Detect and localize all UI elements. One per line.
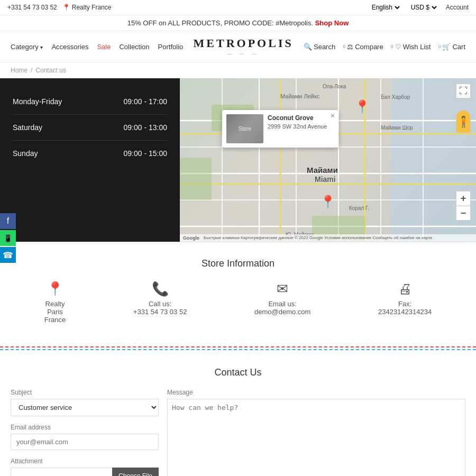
form-left-column: Subject Customer service Technical suppo… (11, 389, 159, 476)
zoom-out-button[interactable]: − (456, 206, 471, 221)
address-lines: Realty Paris France (44, 300, 66, 324)
hours-row-sunday: Sunday 09:00 - 15:00 (13, 141, 167, 166)
sunday-time: 09:00 - 15:00 (123, 149, 167, 158)
nav-category[interactable]: Category ▾ (11, 43, 43, 51)
nav-sale[interactable]: Sale (97, 43, 111, 51)
saturday-time: 09:00 - 13:00 (123, 123, 167, 132)
popup-info: ✕ Coconut Grove 2999 SW 32nd Avenue (268, 114, 327, 143)
map-credits: Быстрые клавиши Картографические данные … (204, 235, 432, 241)
map-footer: Google Быстрые клавиши Картографические … (180, 234, 476, 242)
search-link[interactable]: 🔍 Search (304, 43, 335, 51)
map-area-label: Майами Лейкс (280, 93, 319, 99)
site-logo: METROPOLIS (194, 36, 294, 50)
facebook-icon: f (7, 216, 9, 226)
promo-link[interactable]: Shop Now (315, 19, 349, 27)
compare-link[interactable]: 0 ⚖ Compare (343, 43, 383, 51)
top-bar-right: English French USD $ EUR € Account (370, 3, 469, 12)
weekday-label: Monday-Friday (13, 97, 62, 106)
map-background: Майами Miami Майами Лейкс Опа-Лока Бал Х… (180, 78, 476, 242)
phone-icon: 📞 (152, 282, 169, 296)
phone-icon: ☎ (3, 250, 13, 260)
nav-right: 🔍 Search 0 ⚖ Compare 0 ♡ Wish List 0 🛒 C… (304, 43, 465, 51)
subject-label: Subject (11, 389, 159, 396)
store-info-grid: 📍 Realty Paris France 📞 Call us: +331 54… (11, 282, 465, 324)
header: Category ▾ Accessories Sale Collection P… (0, 31, 476, 62)
message-label: Message (167, 389, 465, 396)
breadcrumb: Home / Contact us (0, 62, 476, 78)
map-pin-top: 📍 (354, 99, 370, 114)
svg-rect-17 (180, 158, 212, 200)
facebook-button[interactable]: f (0, 213, 16, 229)
map-area-6: Корал Г. (349, 205, 369, 211)
contact-section: Contact Us Subject Customer service Tech… (0, 356, 476, 476)
map-city-label-en: Miami (315, 175, 336, 184)
promo-text: 15% OFF on ALL PRODUCTS, PROMO CODE: #Me… (127, 19, 313, 27)
email-label: Email address (11, 424, 159, 431)
store-info-section: Store Information 📍 Realty Paris France … (0, 242, 476, 340)
whatsapp-button[interactable]: 📱 (0, 230, 16, 246)
breadcrumb-current: Contact us (35, 67, 66, 74)
fax-icon: 🖨 (398, 282, 412, 296)
popup-address: 2999 SW 32nd Avenue (268, 123, 327, 130)
nav-portfolio[interactable]: Portfolio (158, 43, 184, 51)
pegman-button[interactable]: 🧍 (456, 110, 471, 133)
choose-file-button[interactable]: Choose File (112, 468, 159, 476)
store-info-address: 📍 Realty Paris France (44, 282, 66, 324)
currency-select[interactable]: USD $ EUR € (409, 3, 438, 12)
zoom-in-button[interactable]: + (456, 191, 471, 206)
store-info-title: Store Information (11, 258, 465, 269)
email-input[interactable] (11, 434, 159, 450)
nav-accessories[interactable]: Accessories (51, 43, 88, 51)
social-sidebar: f 📱 ☎ (0, 213, 16, 263)
logo-area: METROPOLIS — — — (194, 36, 294, 57)
logo-divider: — — — (194, 51, 294, 57)
breadcrumb-separator: / (31, 67, 32, 74)
hours-row-weekday: Monday-Friday 09:00 - 17:00 (13, 89, 167, 115)
saturday-label: Saturday (13, 123, 42, 132)
store-info-fax: 🖨 Fax: 23423142314234 (378, 282, 432, 324)
store-info-phone: 📞 Call us: +331 54 73 03 52 (133, 282, 187, 324)
phone-number: +331 54 73 03 52 (7, 4, 57, 11)
email-group: Email address (11, 424, 159, 450)
map-pin-bottom: 📍 (320, 195, 336, 209)
map-area-3: Бал Харбор (381, 94, 410, 100)
contact-title: Contact Us (11, 367, 465, 378)
popup-title: Coconut Grove (268, 114, 327, 122)
hours-panel: Monday-Friday 09:00 - 17:00 Saturday 09:… (0, 78, 180, 242)
file-upload-group: Choose File (11, 468, 159, 476)
heart-icon: ♡ (395, 43, 401, 51)
subject-group: Subject Customer service Technical suppo… (11, 389, 159, 416)
location-icon: 📍 (47, 282, 63, 296)
language-select[interactable]: English French (370, 3, 401, 12)
map-container[interactable]: Майами Miami Майами Лейкс Опа-Лока Бал Х… (180, 78, 476, 242)
fullscreen-button[interactable]: ⛶ (456, 84, 471, 98)
contact-form: Subject Customer service Technical suppo… (11, 389, 465, 476)
nav-left: Category ▾ Accessories Sale Collection P… (11, 43, 183, 51)
map-area-5: Майами Шор (381, 125, 413, 131)
popup-store-image: Store (226, 114, 263, 143)
attachment-group: Attachment Choose File (11, 457, 159, 476)
nav-collection[interactable]: Collection (119, 43, 149, 51)
account-link[interactable]: Account (446, 4, 469, 11)
map-popup: Store ✕ Coconut Grove 2999 SW 32nd Avenu… (222, 110, 338, 148)
subject-select[interactable]: Customer service Technical support Billi… (11, 399, 159, 416)
attachment-label: Attachment (11, 457, 159, 465)
map-hours-section: Monday-Friday 09:00 - 17:00 Saturday 09:… (0, 78, 476, 242)
email-icon: ✉ (277, 282, 288, 296)
divider-1 (0, 345, 476, 351)
wishlist-link[interactable]: 0 ♡ Wish List (391, 43, 431, 51)
promo-bar: 15% OFF on ALL PRODUCTS, PROMO CODE: #Me… (0, 15, 476, 31)
map-area-2: Опа-Лока (323, 84, 346, 89)
popup-close-button[interactable]: ✕ (330, 112, 335, 120)
map-city-label: Майами (307, 166, 338, 175)
hours-row-saturday: Saturday 09:00 - 13:00 (13, 115, 167, 141)
whatsapp-icon: 📱 (4, 234, 12, 242)
message-textarea[interactable] (167, 399, 465, 476)
top-bar-left: +331 54 73 03 52 📍 Realty France (7, 4, 111, 11)
phone-button[interactable]: ☎ (0, 247, 16, 263)
breadcrumb-home[interactable]: Home (11, 67, 28, 74)
map-zoom-controls: + − (456, 191, 471, 221)
search-icon: 🔍 (304, 43, 312, 51)
cart-link[interactable]: 0 🛒 Cart (438, 43, 465, 51)
google-logo: Google (183, 235, 199, 241)
